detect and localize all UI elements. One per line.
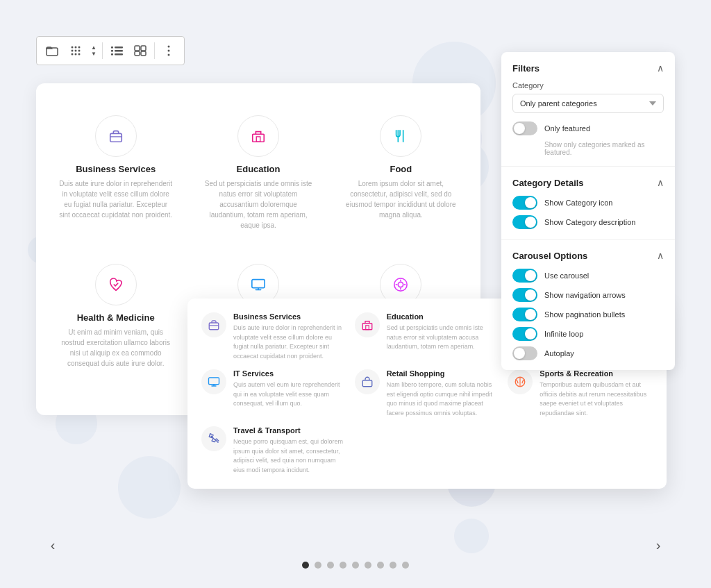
carousel-options-header: Carousel Options xyxy=(512,249,664,262)
grid-item-health[interactable]: Health & Medicine Ut enim ad minim venia… xyxy=(50,253,181,390)
card-view-button[interactable] xyxy=(129,40,151,62)
only-featured-track[interactable] xyxy=(512,121,537,135)
use-carousel-track[interactable] xyxy=(512,269,537,283)
list-icon-retail xyxy=(355,369,380,394)
show-desc-toggle[interactable] xyxy=(512,215,537,229)
svg-point-5 xyxy=(75,50,77,52)
list-desc-business: Duis aute irure dolor in reprehenderit i… xyxy=(233,324,346,361)
more-options-button[interactable] xyxy=(158,40,180,62)
svg-rect-15 xyxy=(111,53,113,56)
svg-point-1 xyxy=(72,47,74,49)
svg-point-21 xyxy=(167,50,169,52)
pagination-dot-3[interactable] xyxy=(340,562,346,569)
autoplay-toggle[interactable] xyxy=(512,346,537,360)
folder-button[interactable] xyxy=(41,40,63,62)
list-desc-education: Sed ut perspiciatis unde omnis iste natu… xyxy=(387,324,500,352)
category-details-collapse-icon[interactable] xyxy=(657,176,664,189)
category-select[interactable]: Only parent categories All categories Fe… xyxy=(512,94,664,113)
svg-point-4 xyxy=(72,50,74,52)
list-icon-business xyxy=(201,312,226,337)
only-featured-toggle[interactable] xyxy=(512,121,537,135)
svg-rect-12 xyxy=(115,53,123,56)
pagination-dot-5[interactable] xyxy=(365,562,371,569)
svg-rect-14 xyxy=(111,50,113,52)
filters-collapse-icon[interactable] xyxy=(657,62,664,74)
grid-item-education[interactable]: Education Sed ut perspiciatis unde omnis… xyxy=(192,104,324,242)
only-featured-thumb xyxy=(514,123,525,134)
grid-item-food[interactable]: Food Lorem ipsum dolor sit amet, consect… xyxy=(335,104,467,242)
list-item-business[interactable]: Business Services Duis aute irure dolor … xyxy=(201,312,346,361)
svg-point-3 xyxy=(78,47,81,49)
autoplay-track[interactable] xyxy=(512,346,537,360)
toolbar: ▲ ▼ xyxy=(36,36,185,65)
show-icon-toggle[interactable] xyxy=(512,196,537,210)
pagination: ‹ › xyxy=(0,562,711,569)
svg-rect-25 xyxy=(253,134,265,142)
prev-arrow[interactable]: ‹ xyxy=(42,534,64,556)
show-desc-thumb xyxy=(525,217,536,228)
list-text-sports: Sports & Recreation Temporibus autem qui… xyxy=(539,369,653,418)
list-item-retail[interactable]: Retail Shopping Nam libero tempore, cum … xyxy=(355,369,500,418)
only-featured-note: Show only categories marked as featured. xyxy=(544,141,664,156)
only-featured-label: Only featured xyxy=(544,124,590,133)
pagination-dot-4[interactable] xyxy=(352,562,359,569)
svg-rect-38 xyxy=(209,323,219,330)
carousel-options-title: Carousel Options xyxy=(512,251,587,261)
next-arrow[interactable]: › xyxy=(647,534,669,556)
pagination-dots xyxy=(302,562,409,569)
filters-title: Filters xyxy=(512,63,539,74)
show-arrows-row: Show navigation arrows xyxy=(512,288,664,302)
category-details-section: Category Details Show Category icon Show… xyxy=(501,167,675,240)
svg-point-33 xyxy=(399,282,403,287)
autoplay-thumb xyxy=(514,348,525,359)
pagination-dot-2[interactable] xyxy=(327,562,334,569)
use-carousel-toggle[interactable] xyxy=(512,269,537,283)
infinite-loop-track[interactable] xyxy=(512,327,537,341)
category-title-health: Health & Medicine xyxy=(77,312,155,323)
svg-point-20 xyxy=(167,46,169,48)
list-view-button[interactable] xyxy=(106,40,128,62)
show-arrows-track[interactable] xyxy=(512,288,537,302)
list-title-sports: Sports & Recreation xyxy=(539,369,653,378)
show-bullets-toggle[interactable] xyxy=(512,308,537,321)
pagination-dot-8[interactable] xyxy=(402,562,409,569)
list-item-travel[interactable]: Travel & Transport Neque porro quisquam … xyxy=(201,426,346,475)
list-text-travel: Travel & Transport Neque porro quisquam … xyxy=(233,426,346,475)
toolbar-divider-2 xyxy=(154,42,155,59)
category-title-food: Food xyxy=(390,164,412,174)
pagination-dot-6[interactable] xyxy=(377,562,384,569)
show-bullets-label: Show pagination bullets xyxy=(544,310,625,319)
show-arrows-label: Show navigation arrows xyxy=(544,291,626,299)
filters-panel: Filters Category Only parent categories … xyxy=(501,52,675,370)
list-item-sports[interactable]: Sports & Recreation Temporibus autem qui… xyxy=(508,369,653,418)
svg-point-8 xyxy=(75,53,77,56)
list-icon-sports xyxy=(508,369,533,394)
use-carousel-label: Use carousel xyxy=(544,271,589,280)
show-icon-track[interactable] xyxy=(512,196,537,210)
list-item-it[interactable]: IT Services Quis autem vel eum iure repr… xyxy=(201,369,346,418)
pagination-dot-1[interactable] xyxy=(315,562,321,569)
only-featured-row: Only featured xyxy=(512,121,664,135)
list-title-education: Education xyxy=(387,312,500,321)
svg-point-7 xyxy=(72,53,74,56)
list-item-education[interactable]: Education Sed ut perspiciatis unde omnis… xyxy=(355,312,500,361)
up-down-button[interactable]: ▲ ▼ xyxy=(88,45,99,57)
show-desc-track[interactable] xyxy=(512,215,537,229)
svg-rect-29 xyxy=(252,280,265,288)
pagination-dot-0[interactable] xyxy=(302,562,309,569)
category-desc-business: Duis aute irure dolor in reprehenderit i… xyxy=(58,178,173,220)
filters-header: Filters xyxy=(512,62,664,74)
show-bullets-track[interactable] xyxy=(512,308,537,321)
infinite-loop-toggle[interactable] xyxy=(512,327,537,341)
show-arrows-toggle[interactable] xyxy=(512,288,537,302)
svg-point-2 xyxy=(75,47,77,49)
infinite-loop-thumb xyxy=(525,328,536,339)
dots-grid-button[interactable] xyxy=(65,40,87,62)
category-title-business: Business Services xyxy=(76,164,156,174)
svg-rect-41 xyxy=(365,326,369,330)
grid-item-business[interactable]: Business Services Duis aute irure dolor … xyxy=(50,104,181,242)
carousel-options-collapse-icon[interactable] xyxy=(657,249,664,262)
list-title-retail: Retail Shopping xyxy=(387,369,500,378)
show-arrows-thumb xyxy=(525,289,536,301)
pagination-dot-7[interactable] xyxy=(390,562,396,569)
